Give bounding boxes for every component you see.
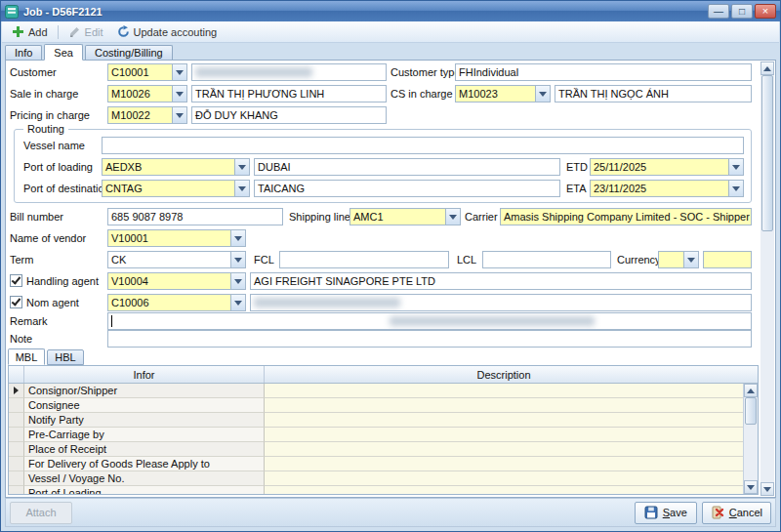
grid-header-description[interactable]: Description — [265, 366, 743, 383]
table-row[interactable]: Place of Receipt — [9, 442, 743, 457]
fcl-field[interactable] — [279, 251, 449, 268]
scroll-down-icon[interactable] — [760, 482, 774, 496]
save-button[interactable]: Save — [635, 502, 697, 524]
sale-in-charge-combo[interactable]: M10026 — [107, 85, 187, 102]
grid-scrollbar[interactable] — [743, 384, 758, 494]
chevron-down-icon[interactable] — [230, 273, 245, 289]
grid-cell-infor[interactable]: Port of Loading — [24, 486, 265, 494]
plus-icon — [12, 25, 24, 38]
chevron-down-icon[interactable] — [234, 159, 249, 175]
tab-hbl[interactable]: HBL — [47, 349, 84, 365]
carrier-field[interactable]: Amasis Shipping Company Limited - SOC - … — [500, 208, 752, 225]
eta-date-picker[interactable]: 23/11/2025 — [590, 180, 744, 197]
add-button[interactable]: Add — [6, 23, 54, 40]
cs-name-field[interactable]: TRẦN THỊ NGỌC ÁNH — [555, 85, 752, 102]
maximize-button[interactable]: □ — [731, 4, 753, 19]
chevron-down-icon[interactable] — [535, 86, 550, 102]
handling-agent-combo[interactable]: V10004 — [107, 272, 246, 290]
pricing-in-charge-combo[interactable]: M10022 — [107, 106, 187, 124]
port-of-destination-combo[interactable]: CNTAG — [102, 180, 250, 197]
table-row[interactable]: Pre-Carriage by — [9, 428, 743, 442]
chevron-down-icon[interactable] — [445, 209, 460, 225]
grid-cell-infor[interactable]: Notify Party — [24, 413, 265, 428]
table-row[interactable]: Consignee — [9, 398, 743, 413]
term-combo[interactable]: CK — [107, 251, 246, 268]
table-row[interactable]: Consignor/Shipper — [9, 384, 743, 398]
bill-number-field[interactable]: 685 9087 8978 — [107, 208, 283, 225]
pencil-icon — [68, 25, 81, 38]
grid-cell-description[interactable] — [265, 384, 743, 398]
table-row[interactable]: Vessel / Voyage No. — [9, 471, 743, 486]
table-row[interactable]: Port of Loading — [9, 486, 743, 494]
scrollbar-thumb[interactable] — [745, 397, 757, 425]
grid-cell-infor[interactable]: Place of Receipt — [24, 442, 265, 457]
vessel-name-field[interactable] — [102, 137, 744, 154]
table-row[interactable]: For Delivery of Goods Please Apply to — [9, 457, 743, 471]
chevron-down-icon[interactable] — [683, 252, 698, 267]
minimize-button[interactable]: — — [708, 4, 729, 19]
grid-cell-infor[interactable]: Pre-Carriage by — [24, 428, 265, 442]
currency-combo[interactable] — [658, 251, 699, 268]
pricing-name-field[interactable]: ĐỖ DUY KHANG — [191, 106, 387, 124]
lcl-field[interactable] — [482, 251, 611, 268]
grid-cell-infor[interactable]: Consignee — [24, 398, 265, 413]
chevron-down-icon[interactable] — [234, 181, 249, 196]
grid-header-infor[interactable]: Infor — [24, 366, 265, 383]
close-button[interactable]: × — [755, 4, 776, 19]
scroll-up-icon[interactable] — [760, 61, 774, 75]
titlebar[interactable]: Job - D56F2121 — □ × — [1, 1, 780, 21]
customer-type-field[interactable]: FHIndividual — [455, 63, 752, 81]
tab-mbl[interactable]: MBL — [8, 348, 45, 365]
nom-agent-checkbox[interactable] — [10, 296, 22, 308]
chevron-down-icon[interactable] — [172, 86, 186, 102]
note-field[interactable] — [107, 330, 752, 348]
grid-cell-description[interactable] — [265, 471, 743, 486]
scrollbar-thumb[interactable] — [761, 75, 773, 231]
chevron-down-icon[interactable] — [230, 230, 245, 246]
chevron-down-icon[interactable] — [230, 252, 245, 267]
customer-code-combo[interactable]: C10001 — [107, 63, 187, 81]
tab-sea[interactable]: Sea — [44, 44, 83, 61]
table-row[interactable]: Notify Party — [9, 413, 743, 428]
edit-button[interactable]: Edit — [62, 23, 109, 40]
chevron-down-icon[interactable] — [728, 159, 743, 175]
port-of-loading-label: Port of loading — [23, 158, 93, 176]
form-scrollbar[interactable] — [760, 61, 774, 496]
cancel-button[interactable]: Cancel — [702, 502, 771, 524]
scroll-up-icon[interactable] — [744, 384, 758, 397]
grid-cell-infor[interactable]: Consignor/Shipper — [24, 384, 265, 398]
customer-name-field[interactable] — [191, 63, 387, 81]
nom-agent-name-field[interactable] — [250, 294, 752, 311]
attach-button[interactable]: Attach — [10, 502, 72, 524]
name-of-vendor-combo[interactable]: V10001 — [107, 229, 246, 247]
port-of-destination-name-field[interactable]: TAICANG — [254, 180, 560, 197]
grid-cell-description[interactable] — [265, 442, 743, 457]
etd-date-picker[interactable]: 25/11/2025 — [590, 158, 744, 176]
cs-in-charge-combo[interactable]: M10023 — [455, 85, 551, 102]
remark-field[interactable] — [107, 312, 752, 330]
grid-cell-infor[interactable]: For Delivery of Goods Please Apply to — [24, 457, 265, 471]
sale-name-field[interactable]: TRẦN THỊ PHƯƠNG LINH — [191, 85, 387, 102]
tab-info[interactable]: Info — [5, 45, 42, 60]
note-label: Note — [10, 330, 32, 348]
chevron-down-icon[interactable] — [230, 295, 245, 310]
grid-cell-infor[interactable]: Vessel / Voyage No. — [24, 471, 265, 486]
handling-agent-checkbox[interactable] — [10, 274, 22, 287]
port-of-loading-name-field[interactable]: DUBAI — [254, 158, 560, 176]
chevron-down-icon[interactable] — [172, 107, 186, 123]
scroll-down-icon[interactable] — [744, 480, 758, 494]
currency-value-field[interactable] — [703, 251, 752, 268]
grid-cell-description[interactable] — [265, 428, 743, 442]
grid-cell-description[interactable] — [265, 413, 743, 428]
grid-cell-description[interactable] — [265, 398, 743, 413]
shipping-lines-combo[interactable]: AMC1 — [349, 208, 461, 225]
tab-costing-billing[interactable]: Costing/Billing — [85, 45, 173, 60]
chevron-down-icon[interactable] — [728, 181, 743, 196]
grid-cell-description[interactable] — [265, 486, 743, 494]
nom-agent-combo[interactable]: C10006 — [107, 294, 246, 311]
handling-agent-name-field[interactable]: AGI FREIGHT SINAGPORE PTE LTD — [250, 272, 752, 290]
chevron-down-icon[interactable] — [172, 64, 186, 80]
grid-cell-description[interactable] — [265, 457, 743, 471]
update-accounting-button[interactable]: Update accouting — [111, 23, 224, 40]
port-of-loading-combo[interactable]: AEDXB — [102, 158, 250, 176]
